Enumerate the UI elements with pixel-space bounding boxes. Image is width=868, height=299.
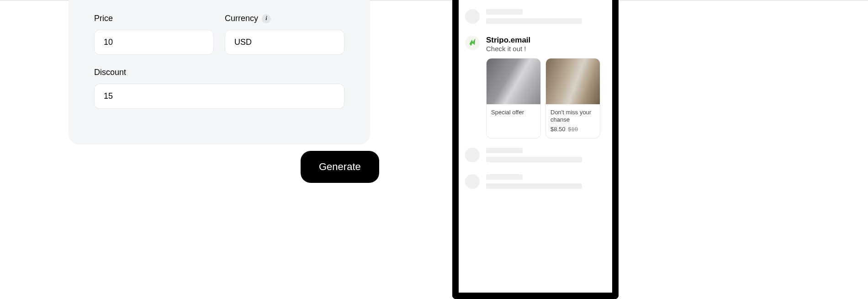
product-card[interactable]: Special offer [486, 58, 541, 139]
text-placeholder [486, 174, 606, 189]
card-body: Don't miss your chanse $8.50 $10 [546, 104, 600, 138]
notification-placeholder [465, 148, 606, 162]
price-input[interactable] [94, 30, 214, 55]
line-placeholder [486, 183, 582, 189]
currency-label: Currency i [225, 14, 344, 23]
email-sender: Stripo.email [486, 36, 606, 45]
currency-label-text: Currency [225, 14, 258, 23]
price-old: $10 [568, 126, 578, 133]
card-title: Don't miss your chanse [550, 109, 595, 124]
product-image [487, 59, 540, 104]
price-field-group: Price [94, 14, 214, 55]
sender-avatar [465, 36, 480, 50]
card-body: Special offer [487, 104, 540, 122]
generate-button[interactable]: Generate [301, 151, 379, 183]
discount-input[interactable] [94, 84, 344, 109]
email-content: Stripo.email Check it out ! Special offe… [486, 36, 606, 139]
line-placeholder [486, 9, 523, 15]
notification-placeholder [465, 174, 606, 189]
form-panel: Price Currency i Discount [69, 0, 370, 144]
product-card[interactable]: Don't miss your chanse $8.50 $10 [545, 58, 600, 139]
line-placeholder [486, 157, 582, 162]
line-placeholder [486, 174, 523, 180]
line-placeholder [486, 148, 523, 153]
line-placeholder [486, 18, 582, 24]
email-preview: Stripo.email Check it out ! Special offe… [465, 36, 606, 139]
stripo-logo-icon [467, 37, 478, 48]
avatar-placeholder [465, 148, 480, 162]
discount-label: Discount [94, 68, 344, 77]
price-current: $8.50 [550, 126, 566, 133]
phone-preview: Stripo.email Check it out ! Special offe… [452, 0, 619, 299]
card-price: $8.50 $10 [550, 126, 595, 133]
product-image [546, 59, 600, 104]
currency-field-group: Currency i [225, 14, 344, 55]
email-subject: Check it out ! [486, 45, 606, 53]
text-placeholder [486, 148, 606, 162]
card-title: Special offer [491, 109, 536, 116]
notification-placeholder [465, 9, 606, 24]
info-icon[interactable]: i [262, 14, 271, 23]
phone-screen: Stripo.email Check it out ! Special offe… [459, 9, 612, 189]
avatar-placeholder [465, 9, 480, 24]
discount-field-group: Discount [94, 68, 344, 109]
text-placeholder [486, 9, 606, 24]
price-label: Price [94, 14, 214, 23]
product-cards: Special offer Don't miss your chanse $8.… [486, 58, 606, 139]
avatar-placeholder [465, 174, 480, 189]
currency-input[interactable] [225, 30, 344, 55]
